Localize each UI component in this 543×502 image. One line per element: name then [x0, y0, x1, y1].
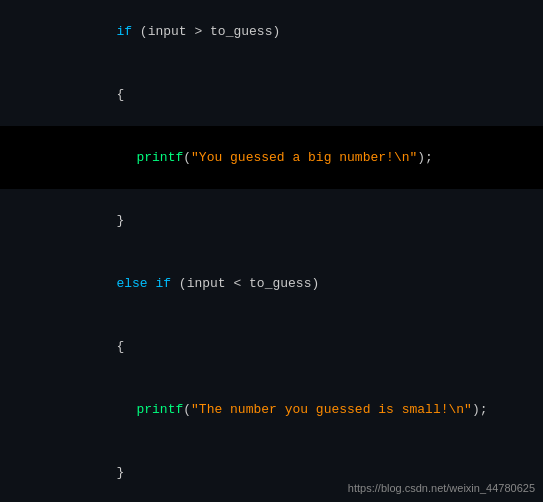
code-line: {: [0, 315, 543, 378]
code-line: else if (input < to_guess): [0, 252, 543, 315]
code-line: if (input > to_guess): [0, 0, 543, 63]
watermark: https://blog.csdn.net/weixin_44780625: [348, 482, 535, 494]
code-content: {: [14, 63, 124, 126]
code-content: }: [14, 441, 124, 502]
code-content: if (input > to_guess): [14, 0, 280, 63]
code-container: if (input > to_guess) { printf("You gues…: [0, 0, 543, 502]
code-content: printf("The number you guessed is small!…: [14, 378, 488, 441]
code-content: printf("You guessed a big number!\n");: [14, 126, 433, 189]
code-content: }: [14, 189, 124, 252]
code-line-active: printf("You guessed a big number!\n");: [0, 126, 543, 189]
code-line: }: [0, 189, 543, 252]
code-line: {: [0, 63, 543, 126]
code-line: printf("The number you guessed is small!…: [0, 378, 543, 441]
code-content: {: [14, 315, 124, 378]
code-content: else if (input < to_guess): [14, 252, 319, 315]
code-editor: if (input > to_guess) { printf("You gues…: [0, 0, 543, 502]
